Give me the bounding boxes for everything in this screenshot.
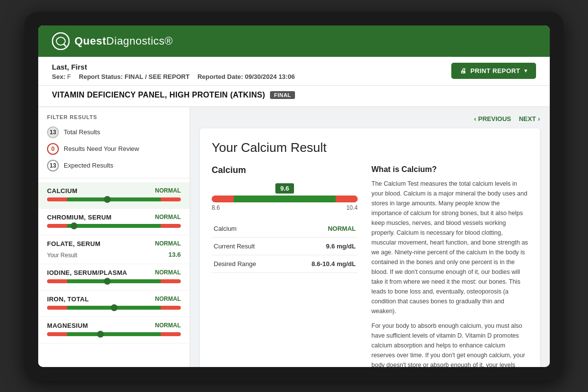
folate-sub-value: 13.6 [169,251,181,258]
sidebar-item-chromium[interactable]: CHROMIUM, SERUM NORMAL [38,209,190,235]
logo-text: QuestDiagnostics® [74,35,173,48]
panel-title-bar: VITAMIN DEFICIENCY PANEL, HIGH PROTEIN (… [38,86,550,107]
screen: QuestDiagnostics® Last, First Sex: F Rep… [38,25,550,367]
filter-expected[interactable]: 13 Expected Results [38,157,190,174]
sidebar-item-folate[interactable]: FOLATE, SERUM NORMAL Your Result 13.6 [38,235,190,264]
chromium-thumb [71,222,77,229]
magnesium-status: NORMAL [155,322,181,329]
patient-name: Last, First [52,63,295,71]
table-row: Current Result 9.6 mg/dL [212,237,358,255]
result-card-title: Your Calcium Result [212,140,528,155]
expected-badge: 13 [47,160,59,172]
review-label: Results Need Your Review [64,145,139,152]
calcium-thumb [104,196,111,203]
gauge-bar [212,196,358,202]
table-row: Desired Range 8.6-10.4 mg/dL [212,255,358,272]
folate-name: FOLATE, SERUM [47,240,100,247]
device-frame: QuestDiagnostics® Last, First Sex: F Rep… [24,12,564,381]
chevron-right-icon: › [538,115,540,122]
table-cell-value: 9.6 mg/dL [283,237,358,255]
filter-total[interactable]: 13 Total Results [38,124,190,141]
main-content: FILTER RESULTS 13 Total Results 0 Result… [38,107,550,367]
info-paragraph-1: The Calcium Test measures the total calc… [371,179,528,316]
iodine-thumb [104,278,111,285]
sidebar-item-iodine[interactable]: IODINE, SERUM/PLASMA NORMAL [38,264,190,291]
panel-title: VITAMIN DEFICIENCY PANEL, HIGH PROTEIN (… [52,91,536,99]
folate-status: NORMAL [155,240,181,247]
chromium-slider [47,224,181,228]
iron-name: Iron, Total [47,295,89,303]
table-row: Calcium NORMAL [212,220,358,238]
gauge-value-bubble: 9.6 [275,183,294,194]
iodine-status: NORMAL [155,269,181,276]
final-badge: FINAL [270,91,295,99]
chevron-down-icon: ▾ [524,68,527,74]
previous-link[interactable]: ‹ PREVIOUS [474,115,511,122]
report-status: Report Status: FINAL / SEE REPORT [79,73,190,80]
patient-bar: Last, First Sex: F Report Status: FINAL … [38,57,550,86]
iron-thumb [111,304,118,311]
prev-next-bar: ‹ PREVIOUS NEXT › [200,115,540,122]
patient-info: Last, First Sex: F Report Status: FINAL … [52,63,295,80]
main-panel: ‹ PREVIOUS NEXT › Your Calcium Result Ca… [190,107,550,367]
result-body: Calcium 9.6 8.6 10.4 [212,165,528,367]
chevron-left-icon: ‹ [474,115,476,122]
chromium-status: NORMAL [155,214,181,220]
sidebar-item-magnesium[interactable]: MAGNESIUM NORMAL [38,317,190,343]
table-cell-label: Current Result [212,237,283,255]
sidebar-item-iron[interactable]: Iron, Total NORMAL [38,291,190,317]
folate-sub-label: Your Result [47,252,77,259]
calcium-slider [47,197,181,201]
reported-date: Reported Date: 09/30/2024 13:06 [197,73,295,80]
table-cell-range: 8.6-10.4 mg/dL [283,255,358,272]
iron-status: NORMAL [155,295,181,302]
logo: QuestDiagnostics® [52,32,173,50]
result-left: Calcium 9.6 8.6 10.4 [212,165,358,367]
total-label: Total Results [64,128,100,136]
svg-line-1 [64,44,66,46]
svg-point-0 [52,33,69,49]
gauge-labels: 8.6 10.4 [212,204,358,211]
result-gauge: 9.6 8.6 10.4 [212,183,358,211]
iodine-slider [47,279,181,283]
gauge-low: 8.6 [212,204,220,211]
review-badge: 0 [47,143,59,155]
gauge-high: 10.4 [346,204,358,211]
result-info: What is Calcium? The Calcium Test measur… [371,165,528,367]
info-title: What is Calcium? [371,165,528,174]
app-header: QuestDiagnostics® [38,25,550,57]
expected-label: Expected Results [64,162,113,169]
analyte-name: Calcium [212,165,358,175]
sidebar-divider [38,178,190,178]
table-cell-label: Desired Range [212,255,283,272]
patient-meta: Sex: F Report Status: FINAL / SEE REPORT… [52,73,295,80]
calcium-status: NORMAL [155,187,181,194]
chromium-name: CHROMIUM, SERUM [47,214,112,221]
total-badge: 13 [47,126,59,138]
magnesium-name: MAGNESIUM [47,322,88,329]
quest-logo-icon [52,32,70,50]
print-report-button[interactable]: 🖨 PRINT REPORT ▾ [451,63,536,79]
sidebar: FILTER RESULTS 13 Total Results 0 Result… [38,107,190,367]
iron-slider [47,306,181,310]
table-cell-label: Calcium [212,220,283,238]
info-paragraph-2: For your body to absorb enough calcium, … [371,321,528,367]
result-table: Calcium NORMAL Current Result 9.6 mg/dL … [212,220,358,273]
magnesium-slider [47,332,181,336]
filter-review[interactable]: 0 Results Need Your Review [38,141,190,157]
filter-title: FILTER RESULTS [38,107,190,124]
printer-icon: 🖨 [460,67,466,74]
calcium-name: Calcium [47,187,77,195]
patient-sex: Sex: F [52,73,71,80]
next-link[interactable]: NEXT › [519,115,540,122]
magnesium-thumb [97,331,104,338]
gauge-value-label: 9.6 [212,183,358,194]
iodine-name: IODINE, SERUM/PLASMA [47,269,127,276]
sidebar-item-calcium[interactable]: Calcium NORMAL [38,182,190,209]
result-card: Your Calcium Result Calcium 9.6 [200,128,540,367]
table-cell-status: NORMAL [283,220,358,238]
